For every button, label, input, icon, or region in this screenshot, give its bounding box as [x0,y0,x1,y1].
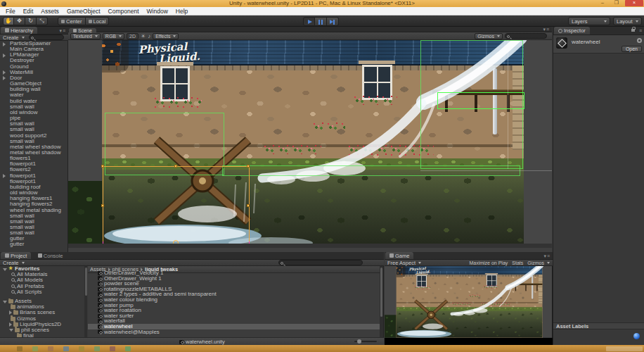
scene-viewport[interactable]: Physical Liquid. [68,40,552,248]
game-gizmos-dropdown[interactable]: Gizmos [527,260,550,265]
tab-inspector[interactable]: Inspector [554,27,590,34]
panel-menu-icon[interactable]: ▾≡ [543,27,550,32]
folder-icon [11,278,15,282]
taskbar-icon[interactable] [63,346,69,351]
maximize-on-play-toggle[interactable]: Maximize on Play [469,260,508,265]
menu-item[interactable]: Edit [20,7,37,15]
taskbar-icon[interactable] [110,346,115,351]
expand-arrow-icon[interactable] [9,310,12,315]
asset-label-sphere-icon[interactable] [633,333,640,339]
scene-lighting-icon[interactable]: ☀ [141,33,146,39]
gear-icon[interactable] [637,38,642,43]
rotate-tool-button[interactable]: ↻ [25,17,37,25]
tab-game[interactable]: Game [385,252,413,259]
taskbar-icon[interactable] [32,346,38,351]
menu-item[interactable]: Window [143,7,172,15]
asset-item[interactable]: water surfer [88,313,380,319]
layout-dropdown[interactable]: Layout [613,17,642,25]
taskbar-icon[interactable] [94,346,100,351]
scale-tool-button[interactable]: ⤡ [37,17,48,25]
tree-item[interactable]: All Prefabs [0,284,84,289]
icon-size-slider[interactable] [354,341,377,342]
hierarchy-item[interactable]: gutter [0,241,68,247]
panel-menu-icon[interactable]: ▾≡ [543,253,550,259]
stats-toggle[interactable]: Stats [512,260,523,265]
gizmo-handle[interactable] [101,204,104,207]
tree-scrollbar[interactable] [84,266,87,337]
menu-item[interactable]: Assets [37,7,63,15]
menu-item[interactable]: GameObject [63,7,104,15]
expand-arrow-icon[interactable] [3,301,7,303]
panel-menu-icon[interactable]: ▾≡ [59,28,66,34]
gizmo-handle[interactable] [247,204,250,207]
taskbar-icon[interactable] [125,346,131,351]
tree-item[interactable]: phil scenes [0,327,84,333]
unity-scene-icon [98,314,102,318]
rect-tool-gizmo[interactable] [103,166,250,246]
expand-arrow-icon[interactable] [3,70,6,75]
effects-dropdown[interactable]: Effects [153,33,179,39]
hierarchy-list: ParticleSpawner Main Camera LPManager De… [0,41,68,252]
shading-mode-dropdown[interactable]: Textured [70,33,101,39]
maximize-button[interactable]: ❒ [610,0,624,6]
panel-menu-icon[interactable]: ≡ [639,28,643,33]
tree-item[interactable]: Brians scenes [0,310,84,315]
asset-item[interactable]: waterwheel@Mapples [88,329,380,334]
minimize-button[interactable]: – [595,0,610,6]
title-bar[interactable]: Unity - waterwheel.unity - LP2D11 - PC, … [0,0,644,7]
asset-labels-header: Asset Labels [553,322,644,329]
inspector-panel: Inspector ≡ waterwheel Open Asset Labels [553,27,644,345]
scene-audio-icon[interactable]: ♪ [148,33,150,39]
render-mode-dropdown[interactable]: RGB [103,33,124,39]
console-icon [38,253,42,258]
tab-project[interactable]: Project [1,252,31,259]
layers-dropdown[interactable]: Layers [568,17,610,25]
unity-scene-icon [98,303,102,307]
pivot-center-button[interactable]: Center [58,17,86,25]
game-viewport[interactable]: Physical Liquid. [385,266,553,345]
close-button[interactable]: × [625,0,643,6]
step-button[interactable] [327,17,339,26]
project-search-input[interactable] [278,260,363,265]
pause-button[interactable] [315,17,327,26]
expand-arrow-icon[interactable] [9,322,12,327]
hand-tool-button[interactable]: ✋ [3,17,14,25]
play-button[interactable] [303,17,315,26]
taskbar-icon[interactable] [79,346,84,351]
selected-asset-path: waterwheel.unity [186,339,225,345]
menu-item[interactable]: Component [105,7,143,15]
gizmo-handle[interactable] [101,165,104,168]
hierarchy-create-button[interactable]: Create [0,34,27,41]
system-tray[interactable] [606,346,643,351]
menu-item[interactable]: Help [172,7,191,15]
gizmo-handle[interactable] [247,165,250,168]
gizmos-dropdown[interactable]: Gizmos [475,33,503,39]
taskbar-icon[interactable] [48,346,53,351]
scale-icon: ⤡ [39,18,44,24]
expand-arrow-icon[interactable] [3,54,6,58]
space-local-button[interactable]: Local [86,17,110,25]
expand-arrow-icon[interactable] [3,42,6,46]
guide-line [508,40,508,169]
expand-arrow-icon[interactable] [3,76,6,80]
move-tool-button[interactable]: ✥ [14,17,25,25]
expand-arrow-icon[interactable] [3,268,7,271]
folder-icon [8,299,13,303]
asset-list-scrollbar[interactable] [380,266,383,337]
taskbar-icon[interactable] [17,346,22,351]
gizmo-handle[interactable] [174,165,177,168]
expand-arrow-icon[interactable] [9,329,13,332]
toggle-2d-button[interactable]: 2D [127,33,139,39]
scene-search-input[interactable] [505,33,547,39]
lock-icon[interactable] [631,29,635,32]
menu-item[interactable]: File [2,7,19,15]
hierarchy-search-input[interactable] [29,34,64,40]
tab-console[interactable]: Console [34,252,67,259]
expand-arrow-icon[interactable] [3,174,6,178]
aspect-ratio-dropdown[interactable]: Free Aspect [385,260,424,266]
tree-item[interactable]: All Scripts [0,289,84,295]
open-button[interactable]: Open [622,46,642,52]
project-status-bar: waterwheel.unity [0,337,384,345]
project-create-button[interactable]: Create [0,260,27,266]
tab-hierarchy[interactable]: Hierarchy [1,27,37,34]
